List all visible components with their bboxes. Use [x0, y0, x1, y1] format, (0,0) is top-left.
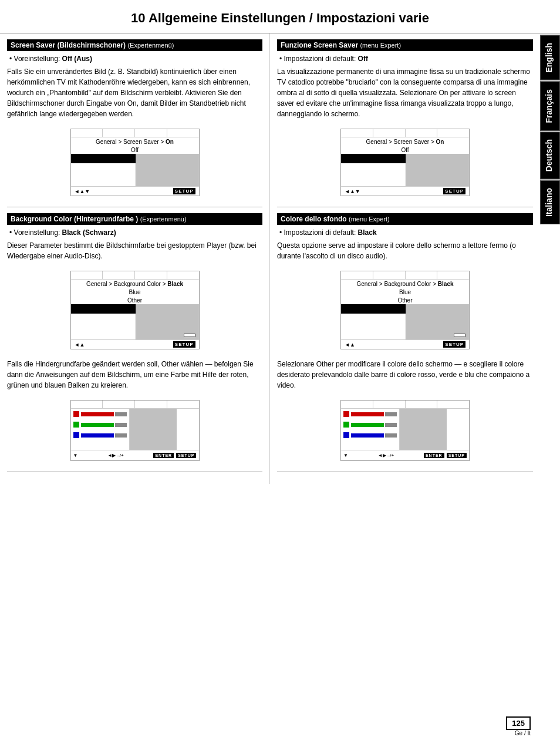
color-picker-it-diagram: ▼ ◄▶ –/+ ENTER SETUP	[277, 395, 533, 466]
divider-4	[277, 472, 533, 472]
bg-color-de-default: • Voreinstellung: Black (Schwarz)	[9, 228, 262, 237]
page-number: 125	[506, 716, 531, 730]
screen-saver-it-text: La visualizzazione permanente di una imm…	[277, 66, 533, 119]
right-column: Funzione Screen Saver (menu Expert) • Im…	[270, 33, 540, 484]
bg-color-de-header: Background Color (Hintergrundfarbe ) (Ex…	[7, 213, 262, 225]
page-title: 10 Allgemeine Einstellungen / Impostazio…	[0, 0, 560, 33]
page-lang-note: Ge / It	[506, 730, 531, 736]
screen-saver-it-default: • Impostazioni di default: Off	[279, 55, 533, 63]
bg-color-de-section: Background Color (Hintergrundfarbe ) (Ex…	[7, 213, 262, 466]
divider-2	[277, 207, 533, 207]
screen-saver-it-section: Funzione Screen Saver (menu Expert) • Im…	[277, 39, 533, 201]
screen-saver-it-header: Funzione Screen Saver (menu Expert)	[277, 39, 533, 51]
bg-color-it-header: Colore dello sfondo (menu Expert)	[277, 213, 533, 225]
screen-saver-de-header: Screen Saver (Bildschirmschoner) (Expert…	[7, 39, 262, 51]
screen-saver-it-diagram: General > Screen Saver > On Off	[277, 124, 533, 201]
screen-saver-de-default: • Voreinstellung: Off (Aus)	[9, 55, 262, 63]
bg-color-de-text: Dieser Parameter bestimmt die Bildschirm…	[7, 240, 262, 261]
bg-color-it-text: Questa opzione serve ad impostare il col…	[277, 240, 533, 261]
screen-saver-de-section: Screen Saver (Bildschirmschoner) (Expert…	[7, 39, 262, 201]
lang-tab-italiano[interactable]: Italiano	[540, 180, 560, 224]
color-picker-de-diagram: ▼ ◄▶ –/+ ENTER SETUP	[7, 395, 262, 466]
left-column: Screen Saver (Bildschirmschoner) (Expert…	[0, 33, 270, 484]
bg-color-de-diagram: General > Background Color > Black Blue …	[7, 266, 262, 354]
bg-color-it-default: • Impostazioni di default: Black	[279, 228, 533, 237]
lang-tabs: English Français Deutsch Italiano	[540, 35, 560, 226]
divider-3	[7, 472, 262, 472]
screen-saver-de-text: Falls Sie ein unverändertes Bild (z. B. …	[7, 66, 262, 119]
page-number-area: 125 Ge / It	[506, 716, 531, 736]
bg-color-it-diagram: General > Background Color > Black Blue …	[277, 266, 533, 354]
bg-color-it-footer: Selezionare Other per modificare il colo…	[277, 359, 533, 391]
lang-tab-deutsch[interactable]: Deutsch	[540, 132, 560, 179]
screen-saver-de-diagram: General > Screen Saver > On Off	[7, 124, 262, 201]
lang-tab-francais[interactable]: Français	[540, 82, 560, 131]
bg-color-de-footer: Falls die Hindergrundfarbe geändert werd…	[7, 359, 262, 391]
divider-1	[7, 207, 262, 207]
lang-tab-english[interactable]: English	[540, 35, 560, 80]
bg-color-it-section: Colore dello sfondo (menu Expert) • Impo…	[277, 213, 533, 466]
